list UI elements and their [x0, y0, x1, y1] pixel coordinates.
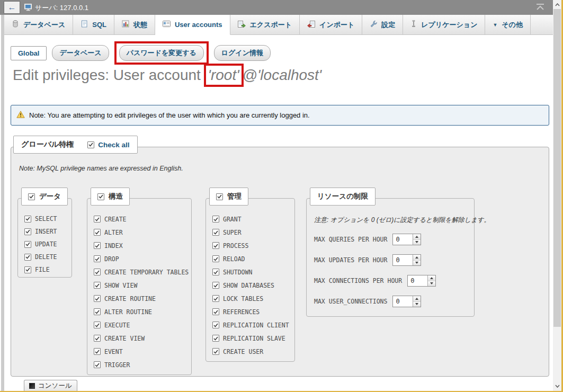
tab-databases[interactable]: データベース: [4, 15, 73, 34]
spinner-value[interactable]: 0: [393, 234, 413, 245]
privilege-row[interactable]: DELETE: [24, 251, 72, 263]
subtab-global[interactable]: Global: [11, 46, 47, 60]
tab-replication[interactable]: レプリケーション: [403, 15, 485, 34]
privilege-row[interactable]: SUPER: [212, 226, 294, 239]
checkbox-checked-icon[interactable]: [94, 216, 101, 222]
privilege-row[interactable]: PROCESS: [212, 239, 294, 252]
data-group-checkbox[interactable]: [28, 193, 35, 200]
checkbox-checked-icon[interactable]: [24, 241, 31, 248]
scroll-to-top-icon[interactable]: [535, 3, 546, 14]
number-spinner[interactable]: 0: [392, 234, 421, 245]
checkbox-checked-icon[interactable]: [24, 216, 31, 222]
checkbox-checked-icon[interactable]: [24, 228, 31, 235]
subtab-database[interactable]: データベース: [52, 45, 109, 61]
privilege-row[interactable]: CREATE ROUTINE: [94, 292, 191, 305]
tab-user-accounts[interactable]: User accounts: [155, 15, 230, 35]
checkbox-checked-icon[interactable]: [212, 216, 219, 222]
checkbox-checked-icon[interactable]: [212, 269, 219, 275]
structure-group-checkbox[interactable]: [97, 193, 104, 200]
privilege-row[interactable]: INDEX: [94, 239, 191, 252]
tab-import[interactable]: インポート: [300, 15, 362, 34]
checkbox-checked-icon[interactable]: [94, 295, 101, 302]
spinner-down-button[interactable]: [413, 240, 421, 245]
spinner-value[interactable]: 0: [408, 275, 427, 286]
checkbox-checked-icon[interactable]: [212, 322, 219, 328]
privilege-row[interactable]: EXECUTE: [94, 318, 191, 332]
checkbox-checked-icon[interactable]: [212, 229, 219, 236]
spinner-up-button[interactable]: [428, 275, 435, 281]
check-all-checkbox[interactable]: [87, 141, 94, 148]
scrollbar-thumb[interactable]: [553, 9, 561, 327]
privilege-row[interactable]: SHUTDOWN: [212, 265, 294, 279]
scrollbar[interactable]: [553, 0, 561, 392]
privilege-row[interactable]: EVENT: [94, 345, 191, 358]
spinner-down-button[interactable]: [413, 261, 421, 266]
privilege-row[interactable]: SHOW DATABASES: [212, 279, 294, 292]
spinner-value[interactable]: 0: [393, 255, 413, 265]
checkbox-checked-icon[interactable]: [212, 335, 219, 342]
privilege-row[interactable]: CREATE TEMPORARY TABLES: [94, 265, 191, 279]
checkbox-checked-icon[interactable]: [94, 348, 101, 355]
tab-status[interactable]: 状態: [114, 15, 155, 34]
number-spinner[interactable]: 0: [392, 296, 421, 307]
back-button[interactable]: ←: [4, 1, 20, 14]
spinner-down-button[interactable]: [413, 302, 421, 307]
check-all-control[interactable]: Check all: [87, 141, 129, 149]
collapsed-nav-rail[interactable]: [1, 15, 4, 391]
privilege-row[interactable]: REFERENCES: [212, 305, 294, 318]
tab-more[interactable]: ▼ その他: [485, 15, 531, 34]
checkbox-checked-icon[interactable]: [212, 348, 219, 355]
privilege-row[interactable]: TRIGGER: [94, 358, 191, 371]
privilege-row[interactable]: REPLICATION CLIENT: [212, 318, 294, 332]
number-spinner[interactable]: 0: [392, 254, 421, 266]
spinner-down-button[interactable]: [428, 281, 435, 287]
checkbox-checked-icon[interactable]: [94, 269, 101, 275]
privilege-row[interactable]: UPDATE: [24, 238, 72, 251]
privilege-row[interactable]: ALTER ROUTINE: [94, 305, 191, 318]
spinner-up-button[interactable]: [413, 234, 421, 240]
checkbox-checked-icon[interactable]: [212, 295, 219, 302]
spinner-value[interactable]: 0: [393, 296, 413, 307]
checkbox-checked-icon[interactable]: [212, 282, 219, 289]
privilege-row[interactable]: SELECT: [24, 212, 72, 225]
privilege-row[interactable]: ALTER: [94, 226, 191, 239]
checkbox-checked-icon[interactable]: [24, 254, 31, 261]
scrollbar-down-button[interactable]: [553, 382, 561, 390]
privilege-row[interactable]: CREATE: [94, 212, 191, 226]
checkbox-checked-icon[interactable]: [94, 322, 101, 328]
checkbox-checked-icon[interactable]: [94, 242, 101, 249]
scrollbar-up-button[interactable]: [553, 1, 561, 9]
checkbox-checked-icon[interactable]: [212, 308, 219, 315]
privilege-row[interactable]: SHOW VIEW: [94, 279, 191, 292]
checkbox-checked-icon[interactable]: [212, 255, 219, 262]
checkbox-checked-icon[interactable]: [94, 255, 101, 262]
spinner-up-button[interactable]: [413, 296, 421, 302]
subtab-login-information[interactable]: ログイン情報: [214, 45, 271, 61]
global-privileges-legend: グローバル特権 Check all: [13, 136, 138, 154]
checkbox-checked-icon[interactable]: [212, 242, 219, 249]
tab-export[interactable]: エクスポート: [230, 15, 300, 34]
tab-settings[interactable]: 設定: [362, 15, 403, 34]
privilege-row[interactable]: CREATE VIEW: [94, 332, 191, 345]
checkbox-checked-icon[interactable]: [94, 335, 101, 342]
console-tab[interactable]: コンソール: [24, 380, 77, 391]
annotation-rect-root: 'root': [204, 64, 244, 87]
privilege-row[interactable]: INSERT: [24, 225, 72, 238]
privilege-row[interactable]: CREATE USER: [212, 345, 294, 358]
privilege-row[interactable]: RELOAD: [212, 252, 294, 265]
number-spinner[interactable]: 0: [407, 275, 436, 287]
checkbox-checked-icon[interactable]: [94, 308, 101, 315]
checkbox-checked-icon[interactable]: [94, 282, 101, 289]
privilege-row[interactable]: GRANT: [212, 212, 294, 226]
checkbox-checked-icon[interactable]: [24, 266, 31, 273]
checkbox-checked-icon[interactable]: [94, 229, 101, 236]
subtab-change-password[interactable]: パスワードを変更する: [119, 45, 204, 61]
admin-group-checkbox[interactable]: [216, 193, 223, 200]
privilege-row[interactable]: REPLICATION SLAVE: [212, 332, 294, 345]
checkbox-checked-icon[interactable]: [94, 361, 101, 368]
tab-sql[interactable]: SQL: [73, 15, 114, 34]
privilege-row[interactable]: FILE: [24, 263, 72, 276]
spinner-up-button[interactable]: [413, 255, 421, 261]
privilege-row[interactable]: DROP: [94, 252, 191, 265]
privilege-row[interactable]: LOCK TABLES: [212, 292, 294, 305]
